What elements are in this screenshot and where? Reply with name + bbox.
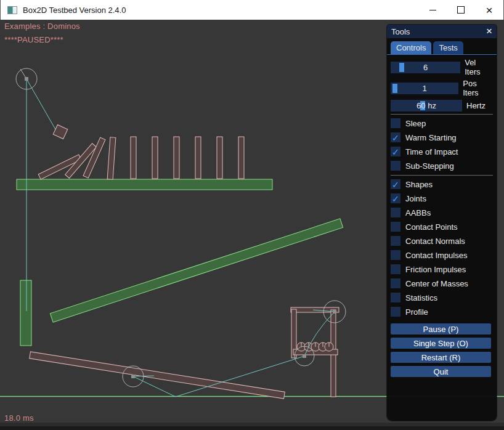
minimize-button[interactable]: [418, 0, 447, 20]
vel-iters-slider[interactable]: 6: [391, 62, 460, 73]
vel-iters-row: 6 Vel Iters: [391, 58, 493, 76]
tab-tests[interactable]: Tests: [433, 41, 463, 54]
vel-iters-value: 6: [391, 62, 460, 73]
vertical-plank[interactable]: [20, 280, 31, 346]
checkbox-shapes[interactable]: ✓ Shapes: [391, 179, 493, 189]
tools-panel-titlebar[interactable]: Tools ×: [387, 25, 497, 38]
domino-upright-6[interactable]: [238, 137, 244, 179]
vel-iters-label: Vel Iters: [465, 58, 493, 76]
checkbox-contact-points[interactable]: ✓ Contact Points: [391, 222, 493, 232]
restart-button[interactable]: Restart (R): [391, 352, 491, 363]
quit-button-label: Quit: [434, 367, 449, 376]
close-icon: ×: [486, 4, 492, 16]
tools-panel-title: Tools: [391, 27, 486, 36]
checkbox-center-of-masses[interactable]: ✓ Center of Masses: [391, 278, 493, 288]
checkbox-contact-normals[interactable]: ✓ Contact Normals: [391, 236, 493, 246]
checkbox-box[interactable]: ✓: [391, 161, 400, 171]
tab-tests-label: Tests: [439, 43, 457, 52]
checkbox-label: Contact Points: [405, 222, 458, 232]
tab-bar: Controls Tests: [387, 38, 497, 55]
separator: [391, 114, 493, 115]
single-step-button-label: Single Step (O): [413, 339, 468, 348]
domino-upright-5[interactable]: [217, 137, 222, 179]
checkbox-label: Contact Normals: [405, 237, 465, 246]
platform[interactable]: [17, 179, 272, 190]
seesaw-plank[interactable]: [30, 352, 285, 399]
checkbox-label: Profile: [405, 307, 428, 317]
checkbox-profile[interactable]: ✓ Profile: [391, 307, 493, 317]
domino-upright-3[interactable]: [174, 137, 179, 179]
pause-button-label: Pause (P): [423, 325, 459, 334]
checkbox-box[interactable]: ✓: [391, 236, 400, 246]
checkbox-label: Sub-Stepping: [405, 161, 454, 171]
domino-upright-1[interactable]: [131, 137, 136, 179]
checkbox-sub-stepping[interactable]: ✓ Sub-Stepping: [391, 161, 493, 171]
checkbox-label: Time of Impact: [405, 147, 458, 156]
maximize-icon: [457, 6, 465, 14]
pos-iters-value: 1: [391, 83, 458, 94]
checkbox-label: Friction Impulses: [405, 265, 466, 274]
separator: [391, 175, 493, 176]
tools-panel: Tools × Controls Tests 6 Vel Iters: [387, 25, 497, 421]
checkbox-aabbs[interactable]: ✓ AABBs: [391, 208, 493, 217]
pos-iters-slider[interactable]: 1: [391, 83, 458, 94]
checkbox-box[interactable]: ✓: [391, 250, 400, 260]
single-step-button[interactable]: Single Step (O): [391, 338, 491, 349]
hertz-value: 60 hz: [391, 100, 462, 112]
pause-button[interactable]: Pause (P): [391, 323, 491, 335]
domino-leaning[interactable]: [107, 137, 116, 179]
checkbox-box[interactable]: ✓: [391, 293, 400, 302]
anchor-marker: [131, 375, 135, 378]
hertz-slider[interactable]: 60 hz: [391, 100, 462, 112]
check-icon: ✓: [392, 147, 400, 156]
window-controls: ×: [418, 0, 503, 20]
anchor-marker: [333, 310, 336, 314]
checkbox-label: AABBs: [405, 208, 431, 217]
checkbox-statistics[interactable]: ✓ Statistics: [391, 293, 493, 302]
checkbox-time-of-impact[interactable]: ✓ Time of Impact: [391, 147, 493, 156]
close-button[interactable]: ×: [475, 0, 503, 20]
ramp-plank[interactable]: [50, 219, 343, 322]
tab-controls[interactable]: Controls: [391, 41, 431, 54]
anchor-marker: [303, 354, 306, 358]
paused-label: ****PAUSED****: [4, 35, 63, 44]
checkbox-box[interactable]: ✓: [391, 132, 400, 142]
checkbox-friction-impulses[interactable]: ✓ Friction Impulses: [391, 264, 493, 274]
checkbox-label: Sleep: [405, 119, 426, 128]
checkbox-contact-impulses[interactable]: ✓ Contact Impulses: [391, 250, 493, 260]
checkbox-box[interactable]: ✓: [391, 264, 400, 274]
checkbox-box[interactable]: ✓: [391, 179, 400, 189]
check-icon: ✓: [392, 194, 400, 203]
window-titlebar[interactable]: Box2D Testbed Version 2.4.0 ×: [0, 0, 504, 20]
checkbox-label: Joints: [405, 194, 426, 203]
checkbox-box[interactable]: ✓: [391, 147, 400, 156]
minimize-icon: [429, 10, 436, 10]
checkbox-box[interactable]: ✓: [391, 222, 400, 232]
checkbox-label: Shapes: [405, 180, 433, 189]
checkbox-joints[interactable]: ✓ Joints: [391, 193, 493, 203]
anchor-marker: [25, 77, 28, 81]
hertz-label: Hertz: [466, 101, 486, 110]
hanging-box[interactable]: [53, 124, 67, 139]
tools-panel-close-icon[interactable]: ×: [486, 26, 492, 36]
checkbox-label: Warm Starting: [405, 133, 457, 142]
check-icon: ✓: [392, 133, 400, 142]
checkbox-box[interactable]: ✓: [391, 307, 400, 317]
quit-button[interactable]: Quit: [391, 366, 491, 377]
domino-upright-2[interactable]: [152, 137, 158, 179]
checkbox-box[interactable]: ✓: [391, 208, 400, 217]
example-label: Examples : Dominos: [4, 22, 80, 31]
checkbox-sleep[interactable]: ✓ Sleep: [391, 118, 493, 128]
checkbox-label: Statistics: [405, 293, 437, 302]
joint-line-2: [26, 79, 55, 129]
restart-button-label: Restart (R): [421, 353, 461, 362]
tools-panel-body: 6 Vel Iters 1 Pos Iters 60 hz: [387, 55, 497, 377]
domino-upright-4[interactable]: [195, 137, 201, 179]
simulation-canvas[interactable]: Examples : Dominos ****PAUSED**** 18.0 m…: [0, 20, 504, 430]
checkbox-box[interactable]: ✓: [391, 278, 400, 288]
checkbox-box[interactable]: ✓: [391, 118, 400, 128]
check-icon: ✓: [392, 180, 400, 189]
checkbox-warm-starting[interactable]: ✓ Warm Starting: [391, 132, 493, 142]
maximize-button[interactable]: [447, 0, 475, 20]
checkbox-box[interactable]: ✓: [391, 193, 400, 203]
